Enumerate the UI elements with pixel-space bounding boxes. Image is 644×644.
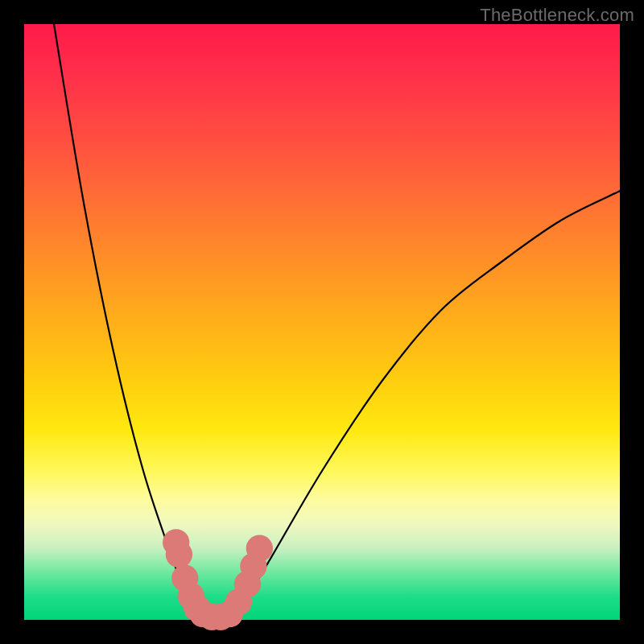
curve-line	[54, 24, 620, 620]
marker-group	[163, 529, 273, 630]
chart-svg	[24, 24, 620, 620]
data-marker	[246, 535, 273, 562]
data-marker	[166, 541, 192, 568]
chart-frame: TheBottleneck.com	[0, 0, 644, 644]
watermark-text: TheBottleneck.com	[480, 5, 634, 26]
plot-area	[24, 24, 620, 620]
